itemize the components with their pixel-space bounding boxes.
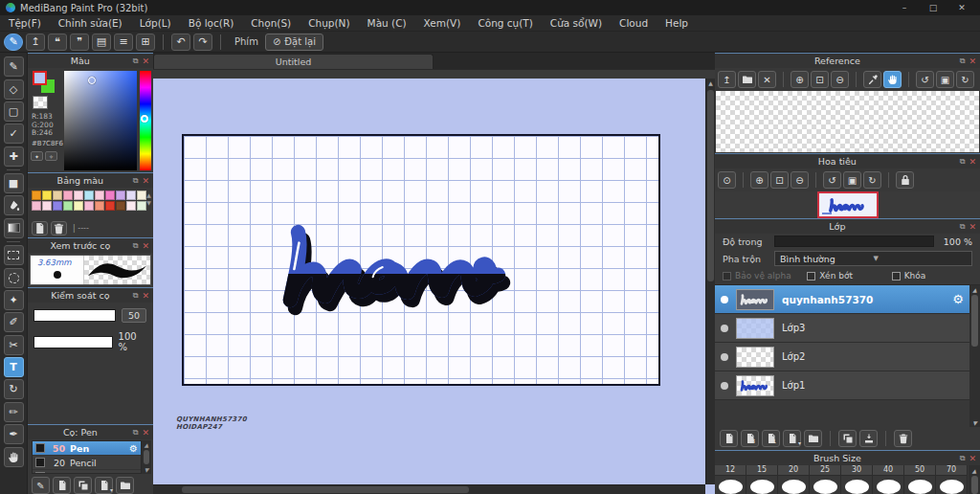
reference-capture-icon[interactable]: ↥ xyxy=(718,71,736,88)
brush-tool-icon[interactable]: ✎ xyxy=(4,56,24,77)
menu-item-6[interactable]: Màu (C) xyxy=(359,15,415,32)
reference-fit-icon[interactable]: ⊡ xyxy=(811,71,829,88)
sv-cursor[interactable] xyxy=(88,77,96,84)
palette-swatch[interactable] xyxy=(116,191,125,200)
navigator-lock-icon[interactable] xyxy=(896,171,914,189)
popout-icon[interactable]: ⧉ xyxy=(960,157,966,167)
brush-size-cell[interactable]: 40 xyxy=(873,465,904,494)
layer-visibility-icon[interactable] xyxy=(721,296,728,303)
blend-mode-dropdown[interactable]: Bình thường ▼ xyxy=(774,251,972,266)
new-palette-color-button[interactable] xyxy=(32,221,48,236)
brush-folder-icon[interactable] xyxy=(116,477,134,494)
add-layer-icon[interactable] xyxy=(720,430,738,447)
toolbar-document-icon[interactable]: ▤ xyxy=(92,34,111,51)
layer-visibility-icon[interactable] xyxy=(721,382,728,390)
transform-tool-icon[interactable]: ✐ xyxy=(4,312,24,332)
navigator-thumbnail[interactable] xyxy=(817,191,879,218)
minimize-button[interactable]: – xyxy=(890,0,919,15)
menu-item-9[interactable]: Cửa sổ(W) xyxy=(542,15,611,32)
scroll-thumb[interactable] xyxy=(182,486,469,493)
menu-item-0[interactable]: Tệp(F) xyxy=(0,15,50,32)
palette-swatch[interactable] xyxy=(95,201,104,211)
close-icon[interactable]: ✕ xyxy=(969,157,976,167)
rotate-tool-icon[interactable]: ↻ xyxy=(4,379,24,399)
toolbar-undo-icon[interactable]: ↶ xyxy=(171,34,190,51)
palette-swatch[interactable] xyxy=(137,201,146,211)
palette-swatch[interactable] xyxy=(63,201,73,211)
reference-clear-icon[interactable]: ✕ xyxy=(758,71,776,88)
menu-item-2[interactable]: Lớp(L) xyxy=(131,15,180,32)
reference-eyedropper-icon[interactable] xyxy=(863,71,881,88)
brush-size-cell[interactable]: 30 xyxy=(841,465,873,494)
brush-size-cell[interactable]: 15 xyxy=(746,465,778,494)
scroll-thumb[interactable] xyxy=(707,90,714,281)
close-icon[interactable]: ✕ xyxy=(142,241,149,251)
toolbar-publish-icon[interactable]: ↥ xyxy=(26,34,45,51)
reference-open-folder-icon[interactable] xyxy=(738,71,756,88)
popout-icon[interactable]: ⧉ xyxy=(960,56,966,66)
close-icon[interactable]: ✕ xyxy=(969,454,976,463)
scissors-tool-icon[interactable]: ✂ xyxy=(4,335,24,355)
add-layer-menu-icon[interactable]: ▾ xyxy=(783,430,801,447)
text-tool-icon[interactable]: T xyxy=(4,357,24,377)
scroll-up-icon[interactable]: ▲ xyxy=(706,79,715,88)
brush-row[interactable]: 50Pen⚙ xyxy=(33,441,141,456)
duplicate-layer-icon[interactable] xyxy=(838,430,857,447)
merge-layer-icon[interactable] xyxy=(859,430,878,447)
hue-cursor[interactable] xyxy=(141,115,148,123)
gradient-tool-icon[interactable] xyxy=(4,218,24,238)
reference-rotate-ccw-icon[interactable]: ↺ xyxy=(916,71,934,88)
delete-layer-icon[interactable] xyxy=(894,430,912,447)
import-brush-icon[interactable]: ▾ xyxy=(95,477,113,494)
navigator-zoom-out-icon[interactable]: ⊖ xyxy=(791,171,809,189)
marquee-select-tool-icon[interactable] xyxy=(4,245,24,265)
palette-swatch[interactable] xyxy=(116,201,125,211)
reference-zoom-in-icon[interactable]: ⊕ xyxy=(791,71,809,88)
close-button[interactable]: ✕ xyxy=(947,0,976,15)
gear-icon[interactable]: ⚙ xyxy=(129,443,138,454)
menu-item-1[interactable]: Chỉnh sửa(E) xyxy=(50,15,131,32)
layer-row[interactable]: Lớp1 xyxy=(715,371,969,400)
brush-size-cell[interactable]: 25 xyxy=(810,465,841,494)
delete-palette-color-button[interactable] xyxy=(51,221,67,236)
brush-size-cell[interactable]: 50 xyxy=(904,465,936,494)
color-window-button[interactable]: ✧ xyxy=(45,151,57,161)
brush-size-cell[interactable]: 20 xyxy=(778,465,810,494)
brush-opacity-slider[interactable] xyxy=(33,336,113,348)
reference-canvas[interactable] xyxy=(716,91,979,152)
layer-row[interactable]: Lớp2 xyxy=(715,343,969,371)
gear-icon[interactable]: ⚙ xyxy=(952,292,964,306)
palette-swatch[interactable] xyxy=(42,201,52,211)
menu-item-3[interactable]: Bộ lọc(R) xyxy=(180,15,243,32)
toolbar-checklist-icon[interactable]: ≡ xyxy=(114,34,133,51)
palette-swatch[interactable] xyxy=(32,191,41,200)
palette-scrollbar[interactable]: ▲▼ xyxy=(146,191,151,219)
reset-button[interactable]: ⊘ Đặt lại xyxy=(265,34,323,51)
brush-size-cell[interactable]: 12 xyxy=(715,465,746,494)
menu-item-7[interactable]: Xem(V) xyxy=(415,15,470,32)
saturation-value-picker[interactable] xyxy=(64,71,137,170)
toolbar-cloud-paint-icon[interactable]: ✎ xyxy=(4,34,23,51)
layer-opacity-slider[interactable] xyxy=(774,236,934,247)
foreground-color-swatch[interactable] xyxy=(33,71,47,85)
palette-swatch[interactable] xyxy=(84,191,94,200)
palette-swatch[interactable] xyxy=(105,201,115,211)
palette-swatch[interactable] xyxy=(42,191,52,200)
menu-item-11[interactable]: Help xyxy=(657,15,697,32)
menu-item-5[interactable]: Chụp(N) xyxy=(300,15,358,32)
close-icon[interactable]: ✕ xyxy=(142,56,149,66)
palette-swatch[interactable] xyxy=(126,201,136,211)
select-rect-tool-icon[interactable]: ▢ xyxy=(4,101,24,122)
popout-icon[interactable]: ⧉ xyxy=(133,241,139,251)
palette-swatch[interactable] xyxy=(74,201,83,211)
layer-visibility-icon[interactable] xyxy=(721,353,728,361)
reference-zoom-out-icon[interactable]: ⊖ xyxy=(831,71,849,88)
transparent-color-swatch[interactable] xyxy=(33,96,48,109)
pen-tool-icon[interactable]: ✒ xyxy=(4,424,24,444)
reference-rotate-reset-icon[interactable]: ▣ xyxy=(936,71,954,88)
hue-slider[interactable] xyxy=(140,71,151,170)
palette-swatch[interactable] xyxy=(32,201,41,211)
popout-icon[interactable]: ⧉ xyxy=(133,428,139,438)
palette-swatch[interactable] xyxy=(63,191,73,200)
artboard[interactable] xyxy=(182,134,660,386)
